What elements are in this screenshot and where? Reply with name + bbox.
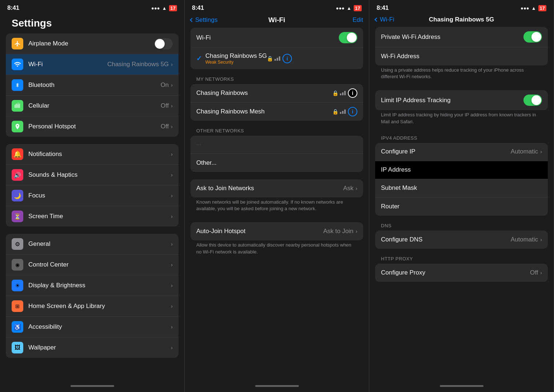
cellular-icon [12,100,23,112]
other-networks-group: OTHER NETWORKS ··· Other... [190,128,363,172]
display-icon: ☀ [12,280,23,291]
sounds-row[interactable]: 🔊 Sounds & Haptics › [6,165,178,185]
other-dimmed-row: ··· [190,136,363,154]
limit-ip-description: Limit IP address tracking by hiding your… [375,110,548,128]
screentime-chevron: › [171,213,173,219]
connectivity-group: Airplane Mode Wi-Fi Chasing Rainbows 5G … [6,33,178,137]
accessibility-row[interactable]: ♿ Accessibility › [6,317,178,337]
wallpaper-icon: 🖼 [12,342,23,353]
chasing-5g-label: Chasing Rainbows 5G [205,52,267,60]
airplane-toggle[interactable] [154,38,173,49]
wifi-address-row[interactable]: Wi-Fi Address [375,47,548,65]
airplane-icon [12,38,23,49]
bluetooth-row[interactable]: Bluetooth On › [6,75,178,96]
general-row[interactable]: ⚙ General › [6,234,178,255]
bluetooth-value: On [161,81,169,89]
display-label: Display & Brightness [28,282,171,289]
focus-label: Focus [28,192,171,199]
wifi-status-icon-2: ▲ [347,5,352,11]
cellular-label: Cellular [28,102,161,109]
display-chevron: › [171,283,173,288]
subnet-mask-row[interactable]: Subnet Mask [375,179,548,197]
detail-back-button[interactable]: Wi-Fi [375,16,394,23]
lock-icon-rainbows: 🔒 [332,90,338,96]
router-row[interactable]: Router [375,197,548,216]
status-icons-1: ●●● ▲ 17 [151,5,177,11]
chasing-5g-row[interactable]: ✓ Chasing Rainbows 5G Weak Security 🔒 i [190,48,363,69]
http-proxy-rows: Configure Proxy Off › [375,264,548,282]
back-chevron-icon-3 [374,17,378,21]
notifications-row[interactable]: 🔔 Notifications › [6,144,178,165]
privacy-group: Private Wi-Fi Address Wi-Fi Address Usin… [375,27,548,83]
display-row[interactable]: ☀ Display & Brightness › [6,275,178,296]
weak-security-label: Weak Security [205,60,267,65]
status-bar-2: 8:41 ●●● ▲ 17 [185,0,369,15]
wifi-list-screen: 8:41 ●●● ▲ 17 Settings Wi-Fi Edit Wi-Fi … [185,0,369,392]
focus-row[interactable]: 🌙 Focus › [6,185,178,206]
detail-content: Private Wi-Fi Address Wi-Fi Address Usin… [369,27,554,380]
configure-ip-chevron: › [540,149,542,155]
status-time-1: 8:41 [7,4,19,12]
controlcenter-label: Control Center [28,261,171,268]
accessibility-chevron: › [171,324,173,330]
info-button-mesh[interactable]: i [348,107,357,116]
limit-tracking-rows: Limit IP Address Tracking [375,90,548,110]
wifi-value: Chasing Rainbows 5G [107,61,169,68]
chasing-rainbows-row[interactable]: Chasing Rainbows 🔒 i [190,84,363,103]
configure-proxy-chevron: › [540,270,542,276]
wifi-main-toggle[interactable] [339,32,357,43]
home-indicator-2 [185,380,369,392]
status-icons-2: ●●● ▲ 17 [336,5,362,11]
dns-section-label: DNS [375,223,548,228]
focus-chevron: › [171,193,173,199]
screentime-row[interactable]: ⏳ Screen Time › [6,206,178,227]
settings-screen: 8:41 ●●● ▲ 17 Settings Airplane Mode [0,0,185,392]
auto-join-value: Ask to Join [323,228,353,235]
info-button-5g[interactable]: i [282,54,292,63]
ip-address-row[interactable]: IP Address [375,161,548,179]
hotspot-row[interactable]: Personal Hotspot Off › [6,116,178,137]
lock-icon-mesh: 🔒 [332,109,338,115]
ask-join-row[interactable]: Ask to Join Networks Ask › [190,179,363,197]
screentime-icon: ⏳ [12,211,23,222]
configure-proxy-row[interactable]: Configure Proxy Off › [375,264,548,282]
wifi-row[interactable]: Wi-Fi Chasing Rainbows 5G › [6,54,178,75]
private-wifi-row[interactable]: Private Wi-Fi Address [375,27,548,47]
private-wifi-toggle[interactable] [523,31,542,43]
wifi-status-icon-1: ▲ [162,5,167,11]
cellular-row[interactable]: Cellular Off › [6,96,178,116]
wifi-edit-button[interactable]: Edit [353,16,363,24]
other-row[interactable]: Other... [190,154,363,172]
status-icons-3: ●●● ▲ 17 [521,5,546,11]
homescreen-row[interactable]: ⊞ Home Screen & App Library › [6,296,178,317]
auto-join-label: Auto-Join Hotspot [196,228,323,235]
other-dimmed-label: ··· [196,141,357,148]
home-bar-2 [255,385,299,387]
wifi-toggle-row[interactable]: Wi-Fi [190,28,363,48]
limit-ip-toggle[interactable] [523,95,542,106]
limit-tracking-group: Limit IP Address Tracking Limit IP addre… [375,90,548,128]
configure-dns-row[interactable]: Configure DNS Automatic › [375,231,548,249]
info-button-rainbows[interactable]: i [348,88,357,98]
wifi-status-icon-3: ▲ [531,5,536,11]
chasing-mesh-row[interactable]: Chasing Rainbows Mesh 🔒 i [190,103,363,121]
sounds-chevron: › [171,172,173,178]
auto-join-row[interactable]: Auto-Join Hotspot Ask to Join › [190,222,363,240]
wifi-title: Wi-Fi [268,16,285,24]
ask-join-label: Ask to Join Networks [196,185,343,192]
hotspot-chevron: › [171,124,173,129]
other-networks-rows: ··· Other... [190,136,363,172]
airplane-row[interactable]: Airplane Mode [6,33,178,54]
my-networks-group: MY NETWORKS Chasing Rainbows 🔒 i Chasing… [190,76,363,121]
controlcenter-row[interactable]: ◉ Control Center › [6,255,178,275]
notifications-chevron: › [171,151,173,157]
wifi-back-button[interactable]: Settings [190,16,217,24]
configure-ip-row[interactable]: Configure IP Automatic › [375,143,548,161]
configure-ip-value: Automatic [511,148,538,155]
system1-rows: 🔔 Notifications › 🔊 Sounds & Haptics › 🌙… [6,144,178,227]
wifi-signal-5g [274,56,280,61]
home-indicator-1 [0,380,184,392]
airplane-label: Airplane Mode [28,40,154,47]
limit-ip-row[interactable]: Limit IP Address Tracking [375,90,548,110]
wallpaper-row[interactable]: 🖼 Wallpaper › [6,337,178,358]
